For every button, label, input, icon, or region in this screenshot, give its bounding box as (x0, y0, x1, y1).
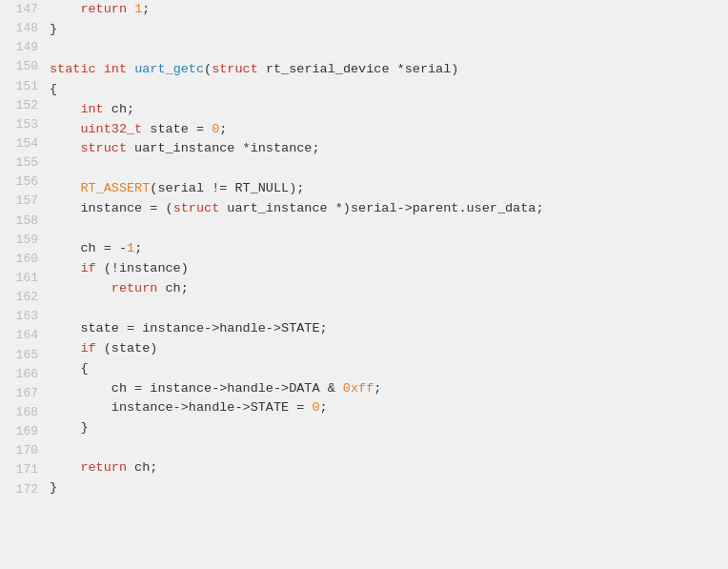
code-line: struct uart_instance *instance; (50, 139, 728, 159)
code-editor: 1471481491501511521531541551561571581591… (0, 0, 728, 569)
code-line: if (state) (50, 339, 728, 359)
line-numbers: 1471481491501511521531541551561571581591… (0, 0, 46, 569)
line-number: 161 (4, 269, 38, 288)
line-number: 155 (4, 153, 38, 173)
code-line: instance = (struct uart_instance *)seria… (50, 199, 728, 219)
code-token: uart_getc (134, 62, 204, 76)
code-token: state = instance->handle->STATE; (80, 321, 327, 335)
code-line: { (50, 359, 728, 379)
code-line (50, 498, 728, 518)
code-content: return 1;} static int uart_getc(struct r… (46, 0, 728, 569)
code-token: ( (204, 62, 212, 76)
code-line: static int uart_getc(struct rt_serial_de… (50, 60, 728, 80)
code-line (50, 299, 728, 319)
code-token (96, 62, 104, 76)
code-token: uint32_t (80, 122, 142, 136)
code-token: ch; (127, 460, 157, 475)
code-token: static (50, 62, 96, 76)
code-token: rt_serial_device *serial) (266, 62, 459, 76)
code-token: if (80, 261, 95, 275)
code-line: ch = -1; (50, 239, 728, 259)
code-line (50, 438, 728, 458)
line-number: 169 (4, 422, 38, 441)
code-token: } (50, 480, 57, 495)
code-line (50, 219, 728, 239)
code-token (50, 201, 80, 215)
code-token: { (80, 361, 88, 376)
code-token (258, 62, 266, 76)
code-token: int (80, 102, 103, 116)
code-token (50, 281, 111, 295)
code-token (50, 241, 80, 255)
code-token (50, 102, 80, 116)
line-number: 148 (4, 19, 38, 38)
line-number: 170 (4, 441, 38, 460)
line-number: 158 (4, 212, 38, 231)
code-token (50, 420, 80, 435)
code-line: ch = instance->handle->DATA & 0xff; (50, 379, 728, 399)
line-number: 168 (4, 403, 38, 422)
code-token: (!instance) (96, 261, 189, 275)
line-number: 154 (4, 134, 38, 153)
code-token (50, 361, 80, 376)
code-token: 1 (127, 241, 134, 255)
code-token: ch = (80, 241, 119, 255)
line-number: 166 (4, 365, 38, 384)
code-token: } (80, 420, 88, 435)
code-token: } (50, 22, 57, 36)
code-token: ; (134, 241, 142, 255)
code-token: struct (173, 201, 220, 215)
code-line: uint32_t state = 0; (50, 120, 728, 140)
line-number: 153 (4, 115, 38, 134)
code-token: struct (80, 141, 127, 155)
code-line: instance->handle->STATE = 0; (50, 398, 728, 418)
code-token (50, 321, 80, 335)
code-line: return ch; (50, 279, 728, 299)
code-token: return (111, 281, 158, 295)
line-number: 157 (4, 192, 38, 211)
code-line: return 1; (50, 0, 728, 20)
code-token: (state) (96, 341, 158, 356)
code-token: instance = ( (80, 201, 172, 215)
code-token: if (80, 341, 95, 356)
line-number: 167 (4, 384, 38, 403)
code-token: ch; (157, 281, 188, 295)
code-token: uart_instance *instance; (127, 141, 320, 155)
code-line: } (50, 478, 728, 498)
code-token: RT_ASSERT (80, 181, 150, 195)
code-token: (serial != RT_NULL); (150, 181, 304, 195)
code-line (50, 159, 728, 179)
line-number: 172 (4, 480, 38, 499)
line-number: 164 (4, 326, 38, 345)
code-token: ch = instance->handle->DATA & (111, 381, 343, 396)
code-token (50, 460, 80, 475)
code-token (127, 62, 134, 76)
code-token (50, 400, 111, 415)
code-token: return (80, 2, 127, 16)
line-number: 162 (4, 288, 38, 307)
code-token: uart_instance *)serial->parent.user_data… (219, 201, 543, 215)
code-token: { (50, 82, 57, 96)
line-number: 160 (4, 250, 38, 269)
line-number: 163 (4, 307, 38, 326)
code-token: int (104, 62, 127, 76)
line-number: 156 (4, 173, 38, 192)
code-token (50, 261, 80, 275)
line-number: 151 (4, 77, 38, 96)
code-token (50, 141, 80, 155)
line-number: 159 (4, 231, 38, 250)
code-token: - (119, 241, 127, 255)
code-token (50, 181, 80, 195)
code-line: RT_ASSERT(serial != RT_NULL); (50, 179, 728, 199)
code-token: 0xff (343, 381, 374, 396)
code-token: return (80, 460, 127, 475)
code-line (50, 40, 728, 60)
code-token (50, 122, 80, 136)
line-number: 171 (4, 460, 38, 479)
code-token: ch; (104, 102, 134, 116)
code-token: instance->handle->STATE = (111, 400, 313, 415)
line-number: 152 (4, 96, 38, 115)
code-line: { (50, 80, 728, 100)
code-token: ; (142, 2, 150, 16)
code-token: struct (212, 62, 258, 76)
